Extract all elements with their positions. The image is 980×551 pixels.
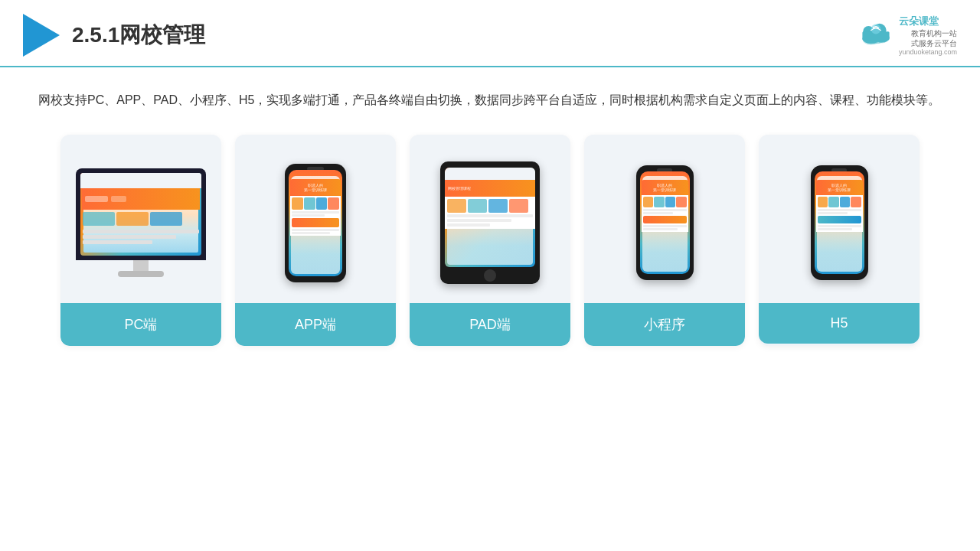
monitor-base (118, 271, 164, 277)
description-text: 网校支持PC、APP、PAD、小程序、H5，实现多端打通，产品各终端自由切换，数… (38, 89, 942, 112)
card-h5-image: 职选人的第一堂训练课 (759, 135, 920, 303)
header-left: 2.5.1网校管理 (23, 14, 205, 57)
header: 2.5.1网校管理 云朵课堂 (0, 0, 980, 67)
main-content: 网校支持PC、APP、PAD、小程序、H5，实现多端打通，产品各终端自由切换，数… (0, 67, 980, 361)
phone-screen-app: 职选人的第一堂训练课 (289, 170, 342, 276)
phone-body-app: 职选人的第一堂训练课 (285, 164, 346, 282)
card-pc-image (60, 135, 221, 303)
cards-container: PC端 职选人的第一堂训练课 (38, 135, 942, 346)
phone-body-mini: 职选人的第一堂训练课 (636, 165, 694, 280)
pad-mockup: 网校管理课程 (440, 161, 540, 284)
card-app-image: 职选人的第一堂训练课 (235, 135, 396, 303)
phone-mockup-h5: 职选人的第一堂训练课 (811, 165, 868, 280)
card-pad-image: 网校管理课程 (410, 135, 570, 303)
card-app: 职选人的第一堂训练课 (235, 135, 396, 346)
card-pc-label: PC端 (60, 303, 221, 346)
logo-icon (23, 14, 60, 57)
monitor-display (80, 173, 201, 256)
phone-mockup-app: 职选人的第一堂训练课 (285, 164, 346, 282)
brand-name: 云朵课堂 (899, 15, 957, 28)
card-pad: 网校管理课程 (410, 135, 570, 346)
phone-screen-mini: 职选人的第一堂训练课 (640, 171, 690, 274)
card-miniprogram-image: 职选人的第一堂训练课 (584, 135, 745, 303)
brand-url: yunduoketang.com (899, 48, 957, 56)
card-miniprogram: 职选人的第一堂训练课 (584, 135, 745, 346)
brand-logo: 云朵课堂 教育机构一站 式服务云平台 yunduoketang.com (858, 15, 957, 56)
card-pad-label: PAD端 (410, 303, 570, 346)
card-h5: 职选人的第一堂训练课 (759, 135, 920, 346)
phone-screen-h5: 职选人的第一堂训练课 (815, 171, 864, 274)
header-right: 云朵课堂 教育机构一站 式服务云平台 yunduoketang.com (858, 15, 957, 56)
pad-body: 网校管理课程 (440, 161, 540, 284)
phone-body-h5: 职选人的第一堂训练课 (811, 165, 868, 280)
card-app-label: APP端 (235, 303, 396, 346)
cloud-icon (858, 23, 894, 47)
brand-text: 云朵课堂 教育机构一站 式服务云平台 yunduoketang.com (899, 15, 957, 56)
phone-mockup-mini: 职选人的第一堂训练课 (636, 165, 694, 280)
monitor-screen (76, 168, 206, 260)
screen-content-pc (80, 173, 201, 256)
card-h5-label: H5 (759, 303, 920, 344)
pad-screen: 网校管理课程 (445, 168, 535, 267)
card-pc: PC端 (60, 135, 221, 346)
monitor-mockup (76, 168, 206, 277)
monitor-neck (133, 260, 149, 271)
page-title: 2.5.1网校管理 (72, 21, 205, 50)
brand-tagline: 教育机构一站 式服务云平台 (899, 28, 957, 48)
card-miniprogram-label: 小程序 (584, 303, 745, 346)
